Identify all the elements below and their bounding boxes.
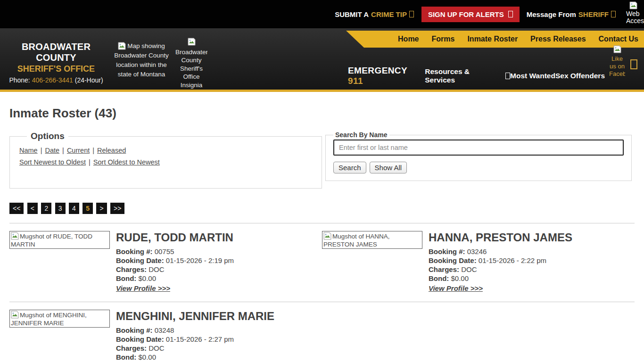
separator: | [92,147,94,154]
nav-press-releases[interactable]: Press Releases [530,35,586,43]
nav-contact-us[interactable]: Contact Us [599,35,638,43]
emergency-911: EMERGENCY 911 [348,66,425,86]
crime-tip-label: CRIME TIP [371,10,407,18]
primary-nav: Home Forms Inmate Roster Press Releases … [339,31,644,48]
sign-up-alerts-button[interactable]: SIGN UP FOR ALERTS [421,7,520,22]
web-accessibility-link[interactable]: Web Accessibility [626,0,644,28]
inmate-card: Mugshot of RUDE, TODD MARTIN RUDE, TODD … [9,223,322,293]
booking-date-label: Booking Date: [116,256,164,264]
top-utility-bar: SUBMIT A CRIME TIP SIGN UP FOR ALERTS Me… [0,0,644,28]
booking-number-value: 03248 [155,326,174,334]
show-all-button[interactable]: Show All [370,162,407,173]
nav-inmate-roster[interactable]: Inmate Roster [467,35,518,43]
charges-value: DOC [149,265,164,273]
page-next-button[interactable]: > [96,203,107,214]
filter-released-link[interactable]: Released [97,147,126,154]
page-prev-button[interactable]: < [27,203,38,214]
page-last-button[interactable]: >> [110,203,124,214]
facebook-glyph-icon[interactable] [630,59,637,69]
inmate-details: MENGHINI, JENNIFER MARIE Booking #: 0324… [116,310,274,362]
sort-oldest-link[interactable]: Sort Oldest to Newest [93,158,160,166]
inmate-name: MENGHINI, JENNIFER MARIE [116,310,274,323]
search-buttons-row: Search Show All [333,162,624,173]
booking-date-label: Booking Date: [429,256,477,264]
charges-value: DOC [149,344,164,352]
page-5-button-current[interactable]: 5 [83,203,93,214]
search-button[interactable]: Search [333,162,366,173]
page-2-button[interactable]: 2 [41,203,51,214]
options-legend: Options [27,131,68,141]
charges-value: DOC [461,265,477,273]
agency-office: SHERIFF'S OFFICE [4,64,108,74]
booking-date-label: Booking Date: [116,335,164,343]
sheriff-insignia-image: Broadwater County Sheriff's Office Insig… [175,38,207,91]
emergency-number: 911 [348,76,363,86]
facebook-alt-text: Like us on Facebook [609,55,625,77]
phone-suffix: (24-Hour) [75,76,103,84]
booking-number-value: 03246 [467,247,487,255]
view-profile-link[interactable]: View Profile >>> [429,284,483,292]
broken-image-icon [11,311,19,319]
page-first-button[interactable]: << [9,203,24,214]
booking-date-value: 01-15-2026 - 2:19 pm [166,256,234,264]
page-4-button[interactable]: 4 [69,203,79,214]
mugshot-image: Mugshot of HANNA, PRESTON JAMES [322,231,422,249]
booking-date-line: Booking Date: 01-15-2026 - 2:19 pm [116,256,234,265]
insignia-alt-text: Broadwater County Sheriff's Office Insig… [175,49,207,89]
phone-label: Phone: [9,76,30,84]
search-input[interactable] [333,140,624,156]
county-map-image: Map showing Broadwater County location w… [110,41,173,79]
bond-line: Bond: $0.00 [116,274,234,283]
filter-current-link[interactable]: Current [67,147,90,154]
main-content: Inmate Roster (43) Options Name|Date|Cur… [0,106,644,362]
alerts-glyph-icon [508,11,513,17]
separator: | [62,147,64,154]
broken-image-icon [613,45,621,53]
charges-label: Charges: [429,265,459,273]
charges-label: Charges: [116,344,147,352]
mugshot-alt-text: Mugshot of MENGHINI, JENNIFER MARIE [11,312,87,327]
submit-crime-tip-link[interactable]: SUBMIT A CRIME TIP [335,10,414,18]
filter-name-link[interactable]: Name [19,147,38,154]
booking-date-line: Booking Date: 01-15-2026 - 2:27 pm [116,335,274,344]
agency-county: BROADWATER COUNTY [4,41,108,63]
nav-forms[interactable]: Forms [432,35,455,43]
nav-sex-offenders[interactable]: Sex Offenders [555,72,605,80]
nav-resources-services[interactable]: Resources & Services [425,67,510,84]
sheriff-glyph-icon [611,11,616,17]
phone-number-link[interactable]: 406-266-3441 [32,76,73,84]
resources-label: Resources & Services [425,67,502,84]
secondary-nav: EMERGENCY 911 Resources & Services Most … [348,66,605,86]
booking-number-line: Booking #: 00755 [116,247,234,256]
bond-value: $0.00 [139,274,157,282]
mugshot-image: Mugshot of MENGHINI, JENNIFER MARIE [9,310,110,328]
emergency-label: EMERGENCY [348,66,407,75]
sheriff-label: SHERIFF [578,10,609,18]
search-legend: Search By Name [333,131,389,139]
nav-home[interactable]: Home [398,35,419,43]
nav-most-wanted[interactable]: Most Wanted [510,72,555,80]
bond-value: $0.00 [139,353,157,361]
sheriff-highlight: SHERIFF [578,10,616,18]
inmate-details: RUDE, TODD MARTIN Booking #: 00755 Booki… [116,231,234,293]
agency-brand: BROADWATER COUNTY SHERIFF'S OFFICE Phone… [4,41,108,84]
resources-glyph-icon [505,73,510,79]
page-title: Inmate Roster (43) [9,106,635,121]
alerts-label: SIGN UP FOR ALERTS [428,10,504,18]
charges-label: Charges: [116,265,147,273]
facebook-link[interactable]: Like us on Facebook [609,45,625,90]
filter-date-link[interactable]: Date [45,147,59,154]
page-3-button[interactable]: 3 [55,203,66,214]
filter-links-row: Name|Date|Current|Released [19,147,312,154]
message-from-sheriff-link[interactable]: Message From SHERIFF [527,10,616,18]
bond-label: Bond: [429,274,449,282]
charges-line: Charges: DOC [429,265,572,274]
broken-image-icon [629,1,637,9]
pagination: << < 2 3 4 5 > >> [9,203,635,214]
sort-links-row: Sort Newest to Oldest|Sort Oldest to New… [19,158,312,166]
search-panel: Search By Name Search Show All [325,131,632,181]
view-profile-link[interactable]: View Profile >>> [116,284,170,292]
sort-newest-link[interactable]: Sort Newest to Oldest [19,158,86,166]
broken-image-icon [11,232,19,240]
inmate-row-1: Mugshot of RUDE, TODD MARTIN RUDE, TODD … [9,223,635,293]
